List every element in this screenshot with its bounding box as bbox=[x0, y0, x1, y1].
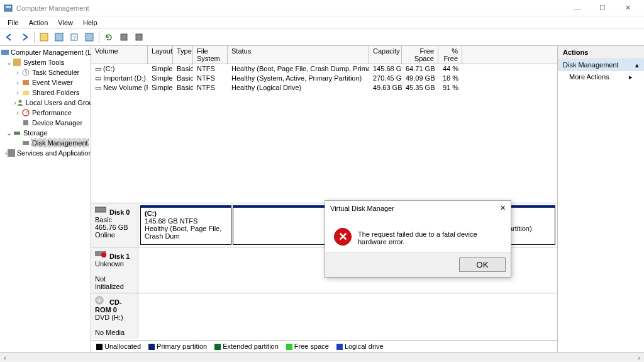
svg-rect-17 bbox=[14, 132, 20, 135]
col-layout[interactable]: Layout bbox=[148, 46, 173, 64]
volume-list-header: Volume Layout Type File System Status Ca… bbox=[91, 46, 557, 64]
tree-services-apps[interactable]: ›Services and Applications bbox=[0, 148, 91, 158]
actions-context[interactable]: Disk Management▴ bbox=[558, 59, 644, 71]
svg-rect-16 bbox=[23, 120, 28, 125]
svg-rect-0 bbox=[4, 5, 12, 11]
partition[interactable]: (C:) 145.68 GB NTFS Healthy (Boot, Page … bbox=[140, 205, 231, 245]
tree-performance[interactable]: ›Performance bbox=[0, 108, 91, 118]
svg-rect-7 bbox=[121, 34, 127, 40]
error-dialog: Virtual Disk Manager ✕ ✕ The request fai… bbox=[325, 200, 511, 278]
svg-rect-3 bbox=[55, 33, 63, 41]
ok-button[interactable]: OK bbox=[459, 257, 506, 272]
svg-rect-13 bbox=[23, 91, 29, 95]
drive-icon: ▭ bbox=[95, 84, 101, 91]
menu-help[interactable]: Help bbox=[78, 18, 103, 28]
svg-rect-2 bbox=[40, 33, 48, 41]
col-freespace[interactable]: Free Space bbox=[402, 46, 438, 64]
svg-text:?: ? bbox=[72, 35, 75, 41]
svg-point-22 bbox=[101, 252, 106, 257]
navigation-tree[interactable]: Computer Management (Local ⌄System Tools… bbox=[0, 46, 91, 352]
window-title: Computer Management bbox=[16, 4, 565, 12]
error-icon: ✕ bbox=[334, 228, 352, 246]
tree-system-tools[interactable]: ⌄System Tools bbox=[0, 57, 91, 67]
tb-icon[interactable] bbox=[132, 30, 146, 44]
volume-row[interactable]: ▭ New Volume (F:) Simple Basic NTFS Heal… bbox=[91, 83, 557, 93]
back-button[interactable] bbox=[3, 30, 16, 44]
disk-icon bbox=[95, 206, 108, 215]
tree-local-users[interactable]: ›Local Users and Groups bbox=[0, 98, 91, 108]
tree-disk-management[interactable]: Disk Management bbox=[0, 138, 91, 148]
svg-rect-12 bbox=[23, 80, 29, 85]
volume-row[interactable]: ▭ (C:) Simple Basic NTFS Healthy (Boot, … bbox=[91, 64, 557, 74]
status-bar: ‹ › bbox=[0, 352, 644, 362]
tb-icon[interactable] bbox=[37, 30, 51, 44]
minimize-button[interactable]: — bbox=[565, 0, 590, 16]
col-capacity[interactable]: Capacity bbox=[369, 46, 402, 64]
close-button[interactable]: ✕ bbox=[615, 0, 640, 16]
actions-pane: Actions Disk Management▴ More Actions▸ bbox=[557, 46, 644, 352]
tree-task-scheduler[interactable]: ›Task Scheduler bbox=[0, 67, 91, 77]
legend: Unallocated Primary partition Extended p… bbox=[91, 340, 557, 352]
volume-row[interactable]: ▭ Important (D:) Simple Basic NTFS Healt… bbox=[91, 74, 557, 83]
disk-row[interactable]: CD-ROM 0 DVD (H:) No Media bbox=[91, 293, 557, 339]
more-actions[interactable]: More Actions▸ bbox=[558, 71, 644, 82]
svg-rect-9 bbox=[1, 50, 9, 55]
tb-icon[interactable]: ? bbox=[67, 30, 81, 44]
tree-shared-folders[interactable]: ›Shared Folders bbox=[0, 88, 91, 98]
chevron-right-icon: ▸ bbox=[629, 73, 633, 81]
disk-label: Disk 0 Basic 465.76 GB Online bbox=[91, 203, 138, 247]
drive-icon: ▭ bbox=[95, 74, 101, 82]
menu-action[interactable]: Action bbox=[24, 18, 53, 28]
svg-rect-10 bbox=[13, 59, 21, 66]
menu-bar: File Action View Help bbox=[0, 16, 644, 28]
scroll-left-button[interactable]: ‹ bbox=[0, 354, 10, 361]
tree-storage[interactable]: ⌄Storage bbox=[0, 128, 91, 138]
tb-icon[interactable] bbox=[82, 30, 96, 44]
title-bar: Computer Management — ☐ ✕ bbox=[0, 0, 644, 16]
scroll-right-button[interactable]: › bbox=[634, 354, 644, 361]
menu-view[interactable]: View bbox=[53, 18, 78, 28]
maximize-button[interactable]: ☐ bbox=[590, 0, 615, 16]
tb-icon[interactable] bbox=[52, 30, 66, 44]
col-pctfree[interactable]: % Free bbox=[438, 46, 462, 64]
col-type[interactable]: Type bbox=[173, 46, 193, 64]
forward-button[interactable] bbox=[18, 30, 31, 44]
cdrom-icon bbox=[95, 296, 108, 305]
svg-rect-1 bbox=[6, 6, 11, 8]
disk-error-icon bbox=[95, 250, 108, 259]
tb-icon[interactable] bbox=[117, 30, 131, 44]
svg-rect-18 bbox=[23, 141, 29, 145]
disk-label: Disk 1 Unknown Not Initialized bbox=[91, 247, 138, 293]
horizontal-scrollbar[interactable] bbox=[10, 353, 634, 362]
svg-rect-8 bbox=[136, 34, 142, 40]
col-volume[interactable]: Volume bbox=[91, 46, 148, 64]
tree-root[interactable]: Computer Management (Local bbox=[0, 47, 91, 57]
actions-header: Actions bbox=[558, 46, 644, 59]
disk-label: CD-ROM 0 DVD (H:) No Media bbox=[91, 293, 138, 339]
svg-point-14 bbox=[18, 100, 21, 103]
tree-device-manager[interactable]: Device Manager bbox=[0, 118, 91, 128]
toolbar: ? bbox=[0, 28, 644, 46]
collapse-icon: ▴ bbox=[635, 61, 639, 69]
dialog-title: Virtual Disk Manager bbox=[330, 205, 394, 212]
svg-rect-20 bbox=[95, 207, 106, 212]
drive-icon: ▭ bbox=[95, 65, 101, 72]
svg-point-24 bbox=[99, 300, 101, 302]
dialog-close-button[interactable]: ✕ bbox=[500, 204, 506, 212]
dialog-message: The request failed due to a fatal device… bbox=[358, 228, 502, 246]
svg-rect-6 bbox=[86, 33, 93, 41]
app-icon bbox=[4, 4, 13, 13]
col-status[interactable]: Status bbox=[228, 46, 369, 64]
refresh-button[interactable] bbox=[102, 30, 116, 44]
tree-event-viewer[interactable]: ›Event Viewer bbox=[0, 77, 91, 88]
menu-file[interactable]: File bbox=[3, 18, 24, 28]
svg-rect-19 bbox=[8, 149, 15, 157]
col-filesystem[interactable]: File System bbox=[193, 46, 228, 64]
volume-list[interactable]: ▭ (C:) Simple Basic NTFS Healthy (Boot, … bbox=[91, 64, 557, 203]
